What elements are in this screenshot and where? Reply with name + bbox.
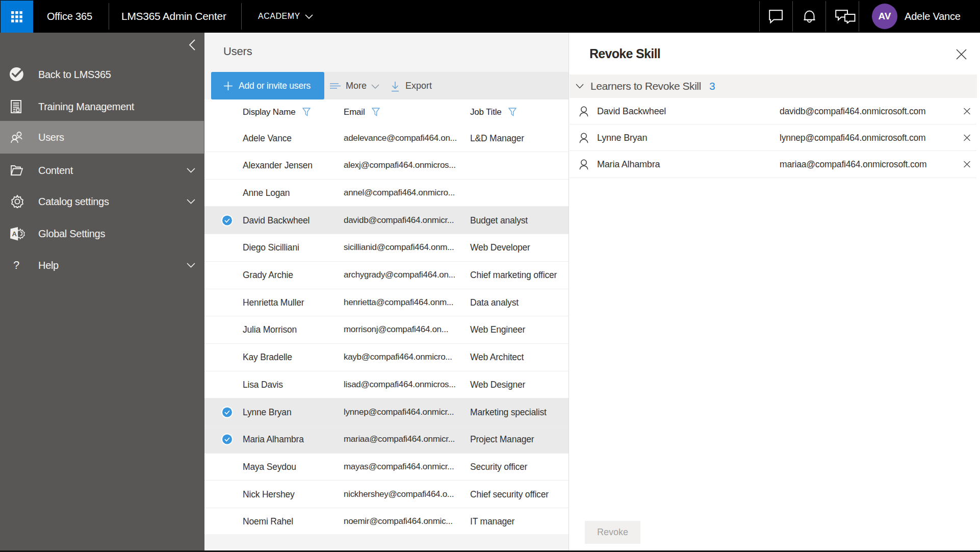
svg-text:A: A (12, 230, 17, 238)
